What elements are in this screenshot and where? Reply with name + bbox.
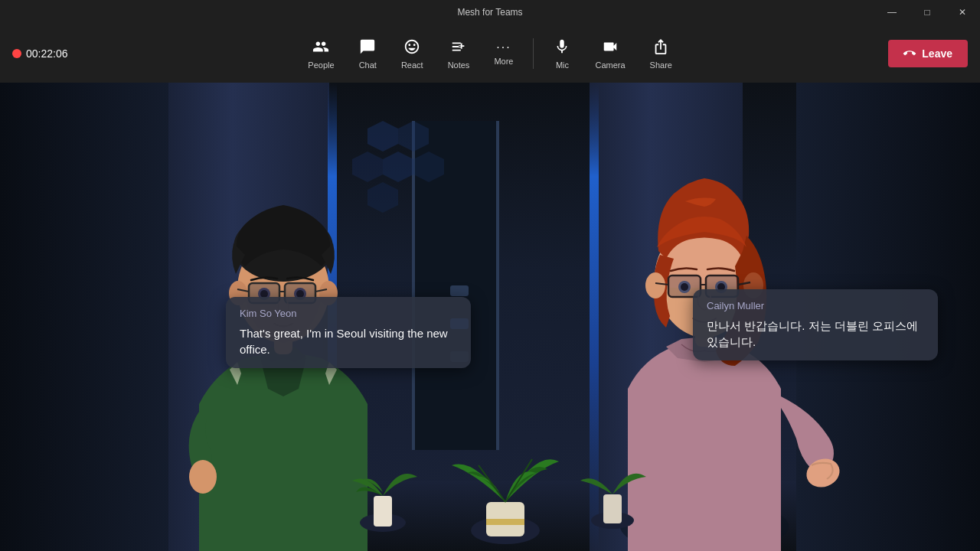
maximize-button[interactable]: □ [910, 0, 945, 24]
react-icon [403, 38, 420, 57]
mic-icon [554, 38, 570, 57]
toolbar-notes[interactable]: Notes [437, 32, 481, 76]
recording-time: 00:22:06 [26, 47, 68, 60]
more-label: More [494, 57, 513, 66]
camera-icon [602, 38, 619, 57]
toolbar-share[interactable]: Share [639, 32, 683, 76]
bubble-right-text: 만나서 반갑습니다. 저는 더블린 오피스에 있습니다. [707, 318, 924, 350]
toolbar-separator-1 [533, 38, 534, 69]
chat-icon [359, 38, 376, 57]
toolbar-people[interactable]: People [297, 32, 345, 76]
main-scene: Kim So Yeon That's great, I'm in Seoul v… [0, 83, 980, 551]
people-icon [312, 38, 329, 57]
minimize-button[interactable]: — [874, 0, 910, 24]
toolbar-react[interactable]: React [390, 32, 434, 76]
svg-rect-63 [603, 494, 622, 523]
svg-point-53 [681, 283, 688, 291]
bubble-left-text: That's great, I'm in Seoul visiting the … [240, 325, 457, 357]
svg-rect-59 [486, 519, 524, 525]
toolbar-more[interactable]: ··· More [483, 35, 524, 72]
close-button[interactable]: ✕ [945, 0, 980, 24]
camera-label: Camera [595, 60, 625, 70]
svg-point-42 [645, 272, 665, 298]
share-label: Share [650, 60, 672, 70]
toolbar-right: Leave [888, 40, 980, 67]
mic-label: Mic [556, 60, 569, 70]
titlebar-title: Mesh for Teams [457, 7, 522, 18]
recording-dot [12, 49, 21, 58]
toolbar-chat[interactable]: Chat [348, 32, 387, 76]
titlebar-controls: — □ ✕ [874, 0, 980, 24]
people-label: People [308, 60, 334, 70]
titlebar: Mesh for Teams — □ ✕ [0, 0, 980, 24]
react-label: React [401, 60, 423, 70]
svg-rect-2 [0, 83, 184, 551]
svg-point-37 [189, 460, 217, 494]
toolbar-mic[interactable]: Mic [543, 32, 581, 76]
svg-rect-10 [496, 121, 499, 450]
svg-rect-17 [450, 285, 469, 296]
speech-bubble-right: Cailyn Muller 만나서 반갑습니다. 저는 더블린 오피스에 있습니… [693, 289, 938, 360]
speech-bubble-left: Kim So Yeon That's great, I'm in Seoul v… [226, 297, 471, 368]
toolbar: 00:22:06 People Chat [0, 24, 980, 83]
notes-label: Notes [448, 60, 470, 70]
leave-label: Leave [922, 47, 952, 60]
bubble-right-name: Cailyn Muller [707, 300, 924, 311]
share-icon [652, 38, 669, 57]
recording-indicator: 00:22:06 [0, 47, 92, 60]
chat-label: Chat [359, 60, 377, 70]
notes-icon [450, 38, 467, 57]
bubble-left-name: Kim So Yeon [240, 308, 457, 319]
toolbar-camera[interactable]: Camera [584, 32, 635, 76]
more-icon: ··· [496, 41, 511, 54]
toolbar-center: People Chat React No [92, 32, 888, 76]
svg-rect-56 [374, 496, 392, 527]
leave-button[interactable]: Leave [888, 40, 968, 67]
